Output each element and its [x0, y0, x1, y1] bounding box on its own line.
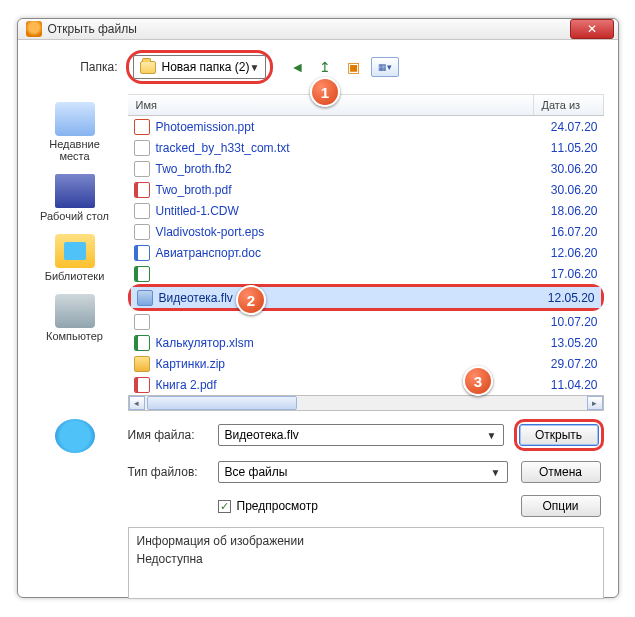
options-button[interactable]: Опции	[521, 495, 601, 517]
col-date[interactable]: Дата из	[534, 95, 604, 115]
open-button[interactable]: Открыть	[519, 424, 599, 446]
filename-input[interactable]: Видеотека.flv ▼	[218, 424, 504, 446]
file-row[interactable]: Vladivostok-port.eps16.07.20	[128, 221, 604, 242]
file-row[interactable]: Untitled-1.CDW18.06.20	[128, 200, 604, 221]
preview-label: Предпросмотр	[237, 499, 318, 513]
file-list: Имя Дата из Photoemission.ppt24.07.20tra…	[128, 94, 604, 411]
file-date: 18.06.20	[538, 204, 598, 218]
file-name: Untitled-1.CDW	[156, 204, 538, 218]
file-icon	[134, 245, 150, 261]
nav-back-button[interactable]: ◄	[287, 57, 307, 77]
file-row[interactable]: Two_broth.pdf30.06.20	[128, 179, 604, 200]
file-name: Калькулятор.xlsm	[156, 336, 538, 350]
file-icon	[134, 203, 150, 219]
file-row[interactable]: Photoemission.ppt24.07.20	[128, 116, 604, 137]
file-row[interactable]: tracked_by_h33t_com.txt11.05.20	[128, 137, 604, 158]
chevron-down-icon: ▼	[491, 467, 501, 478]
file-icon	[134, 314, 150, 330]
place-label: Недавние места	[49, 138, 100, 162]
scroll-track[interactable]	[145, 396, 587, 410]
file-name: Vladivostok-port.eps	[156, 225, 538, 239]
h-scrollbar[interactable]: ◂ ▸	[128, 395, 604, 411]
file-row[interactable]: Картинки.zip29.07.20	[128, 353, 604, 374]
folder-row: Папка: Новая папка (2) ▼ ◄ ↥ ▣ ▦▾	[32, 50, 604, 84]
file-name: Видеотека.flv	[159, 291, 535, 305]
file-name: Книга 2.pdf	[156, 378, 538, 392]
file-row[interactable]: Авиатранспорт.doc12.06.20	[128, 242, 604, 263]
column-headers: Имя Дата из	[128, 94, 604, 116]
file-icon	[134, 140, 150, 156]
check-icon: ✓	[220, 500, 229, 513]
file-name: Photoemission.ppt	[156, 120, 538, 134]
info-title: Информация об изображении	[137, 534, 595, 548]
chevron-down-icon: ▼	[249, 62, 259, 73]
folder-combobox[interactable]: Новая папка (2) ▼	[133, 55, 267, 79]
place-computer[interactable]: Компьютер	[35, 290, 115, 346]
file-date: 11.05.20	[538, 141, 598, 155]
window-title: Открыть файлы	[48, 22, 570, 36]
file-name: tracked_by_h33t_com.txt	[156, 141, 538, 155]
file-date: 12.06.20	[538, 246, 598, 260]
scroll-right-button[interactable]: ▸	[587, 396, 603, 410]
file-icon	[134, 377, 150, 393]
file-date: 16.07.20	[538, 225, 598, 239]
place-label: Библиотеки	[45, 270, 105, 282]
titlebar: Открыть файлы ✕	[18, 19, 618, 40]
cancel-button[interactable]: Отмена	[521, 461, 601, 483]
file-row[interactable]: 10.07.20	[128, 311, 604, 332]
filename-value: Видеотека.flv	[225, 428, 299, 442]
file-row[interactable]: Видеотека.flv12.05.20	[131, 287, 601, 308]
file-icon	[134, 224, 150, 240]
file-row[interactable]: Two_broth.fb230.06.20	[128, 158, 604, 179]
place-recent[interactable]: Недавние места	[35, 98, 115, 166]
file-date: 13.05.20	[538, 336, 598, 350]
places-bar: Недавние места Рабочий стол Библиотеки К…	[32, 94, 118, 411]
nav-up-button[interactable]: ↥	[315, 57, 335, 77]
desktop-icon	[55, 174, 95, 208]
nav-view-button[interactable]: ▦▾	[371, 57, 399, 77]
scroll-left-button[interactable]: ◂	[129, 396, 145, 410]
file-name: Two_broth.pdf	[156, 183, 538, 197]
close-button[interactable]: ✕	[570, 19, 614, 39]
scroll-thumb[interactable]	[147, 396, 297, 410]
file-icon	[134, 182, 150, 198]
highlight-ring-3: Открыть	[514, 419, 604, 451]
libraries-icon	[55, 234, 95, 268]
computer-icon	[55, 294, 95, 328]
chevron-down-icon: ▼	[487, 430, 497, 441]
file-icon	[134, 119, 150, 135]
place-libraries[interactable]: Библиотеки	[35, 230, 115, 286]
file-date: 10.07.20	[538, 315, 598, 329]
filetype-value: Все файлы	[225, 465, 288, 479]
place-desktop[interactable]: Рабочий стол	[35, 170, 115, 226]
file-date: 12.05.20	[535, 291, 595, 305]
file-icon	[137, 290, 153, 306]
filename-label: Имя файла:	[128, 428, 208, 442]
nav-new-folder-button[interactable]: ▣	[343, 57, 363, 77]
file-icon	[134, 161, 150, 177]
folder-icon	[140, 61, 156, 74]
file-row[interactable]: Книга 2.pdf11.04.20	[128, 374, 604, 395]
filetype-combobox[interactable]: Все файлы ▼	[218, 461, 508, 483]
close-icon: ✕	[587, 22, 597, 36]
preview-checkbox[interactable]: ✓	[218, 500, 231, 513]
file-date: 30.06.20	[538, 183, 598, 197]
image-info-box: Информация об изображении Недоступна	[128, 527, 604, 599]
file-row[interactable]: 17.06.20	[128, 263, 604, 284]
file-date: 11.04.20	[538, 378, 598, 392]
file-name: Two_broth.fb2	[156, 162, 538, 176]
place-label: Компьютер	[46, 330, 103, 342]
file-icon	[134, 266, 150, 282]
info-value: Недоступна	[137, 552, 595, 566]
open-file-dialog: Открыть файлы ✕ Папка: Новая папка (2) ▼…	[17, 18, 619, 598]
file-icon	[134, 356, 150, 372]
highlight-ring-1: Новая папка (2) ▼	[126, 50, 274, 84]
filetype-label: Тип файлов:	[128, 465, 208, 479]
col-name[interactable]: Имя	[128, 95, 534, 115]
place-network[interactable]	[35, 419, 115, 599]
file-date: 24.07.20	[538, 120, 598, 134]
folder-label: Папка:	[32, 60, 118, 74]
file-date: 17.06.20	[538, 267, 598, 281]
file-name: Картинки.zip	[156, 357, 538, 371]
file-row[interactable]: Калькулятор.xlsm13.05.20	[128, 332, 604, 353]
